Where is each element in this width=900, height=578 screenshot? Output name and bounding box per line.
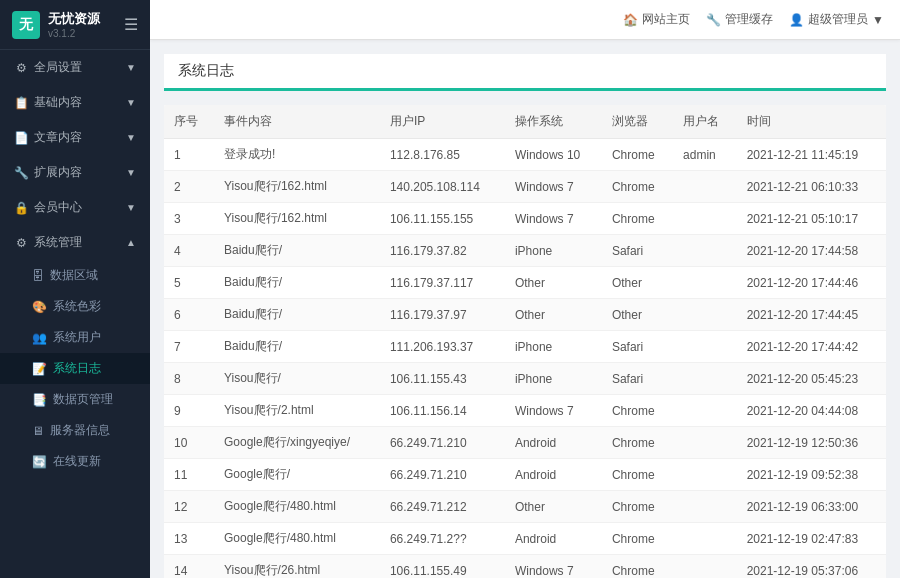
data-area-icon: 🗄	[32, 269, 44, 283]
sidebar-item-system-log[interactable]: 📝 系统日志	[0, 353, 150, 384]
topbar: 🏠 网站主页 🔧 管理缓存 👤 超级管理员 ▼	[150, 0, 900, 40]
page-manage-icon: 📑	[32, 393, 47, 407]
cell-id: 10	[164, 427, 214, 459]
cell-os: Android	[505, 427, 602, 459]
cell-os: Windows 7	[505, 203, 602, 235]
cell-event: Baidu爬行/	[214, 299, 380, 331]
sidebar-item-label: 文章内容	[34, 129, 82, 146]
cell-os: Android	[505, 523, 602, 555]
cell-browser: Chrome	[602, 427, 673, 459]
cell-id: 5	[164, 267, 214, 299]
arrow-icon: ▼	[126, 132, 136, 143]
cell-event: Google爬行/480.html	[214, 523, 380, 555]
sidebar-item-system-manage[interactable]: ⚙ 系统管理 ▲	[0, 225, 150, 260]
sidebar-item-system-users[interactable]: 👥 系统用户	[0, 322, 150, 353]
cell-ip: 116.179.37.97	[380, 299, 505, 331]
user-label: 超级管理员	[808, 11, 868, 28]
cell-ip: 112.8.176.85	[380, 139, 505, 171]
col-id: 序号	[164, 105, 214, 139]
table-row: 14 Yisou爬行/26.html 106.11.155.49 Windows…	[164, 555, 886, 579]
member-center-icon: 🔒	[14, 201, 28, 215]
user-icon: 👤	[789, 13, 804, 27]
cell-ip: 66.249.71.212	[380, 491, 505, 523]
cell-time: 2021-12-20 17:44:42	[737, 331, 886, 363]
cell-browser: Chrome	[602, 491, 673, 523]
home-link[interactable]: 🏠 网站主页	[623, 11, 690, 28]
cell-ip: 66.249.71.2??	[380, 523, 505, 555]
cell-time: 2021-12-19 02:47:83	[737, 523, 886, 555]
cell-browser: Chrome	[602, 555, 673, 579]
basic-content-icon: 📋	[14, 96, 28, 110]
cell-time: 2021-12-20 17:44:45	[737, 299, 886, 331]
cell-time: 2021-12-20 17:44:46	[737, 267, 886, 299]
sidebar-item-text-content[interactable]: 📄 文章内容 ▼	[0, 120, 150, 155]
cell-event: Google爬行/xingyeqiye/	[214, 427, 380, 459]
cell-id: 8	[164, 363, 214, 395]
cell-browser: Chrome	[602, 171, 673, 203]
cell-os: Android	[505, 459, 602, 491]
table-row: 11 Google爬行/ 66.249.71.210 Android Chrom…	[164, 459, 886, 491]
submenu-label: 系统色彩	[53, 298, 101, 315]
home-label: 网站主页	[642, 11, 690, 28]
sidebar-item-basic-content[interactable]: 📋 基础内容 ▼	[0, 85, 150, 120]
cell-browser: Safari	[602, 235, 673, 267]
log-table-wrap: 序号 事件内容 用户IP 操作系统 浏览器 用户名 时间 1 登录成功! 112…	[164, 105, 886, 578]
cell-id: 13	[164, 523, 214, 555]
user-menu[interactable]: 👤 超级管理员 ▼	[789, 11, 884, 28]
col-ip: 用户IP	[380, 105, 505, 139]
cell-ip: 106.11.155.49	[380, 555, 505, 579]
cell-time: 2021-12-19 06:33:00	[737, 491, 886, 523]
system-manage-icon: ⚙	[14, 236, 28, 250]
table-row: 4 Baidu爬行/ 116.179.37.82 iPhone Safari 2…	[164, 235, 886, 267]
table-row: 6 Baidu爬行/ 116.179.37.97 Other Other 202…	[164, 299, 886, 331]
cell-event: Yisou爬行/162.html	[214, 171, 380, 203]
sidebar-item-global-settings[interactable]: ⚙ 全局设置 ▼	[0, 50, 150, 85]
cell-id: 9	[164, 395, 214, 427]
sidebar-item-page-manage[interactable]: 📑 数据页管理	[0, 384, 150, 415]
manage-cache-link[interactable]: 🔧 管理缓存	[706, 11, 773, 28]
sidebar-item-system-color[interactable]: 🎨 系统色彩	[0, 291, 150, 322]
cell-event: 登录成功!	[214, 139, 380, 171]
cell-browser: Safari	[602, 331, 673, 363]
cell-os: iPhone	[505, 363, 602, 395]
cell-id: 14	[164, 555, 214, 579]
arrow-icon: ▼	[126, 167, 136, 178]
cell-ip: 66.249.71.210	[380, 427, 505, 459]
system-color-icon: 🎨	[32, 300, 47, 314]
submenu-label: 系统日志	[53, 360, 101, 377]
cell-browser: Chrome	[602, 139, 673, 171]
sidebar-header: 无 无忧资源 v3.1.2 ☰	[0, 0, 150, 50]
submenu-label: 服务器信息	[50, 422, 110, 439]
sidebar-item-member-center[interactable]: 🔒 会员中心 ▼	[0, 190, 150, 225]
cell-username	[673, 395, 737, 427]
log-table: 序号 事件内容 用户IP 操作系统 浏览器 用户名 时间 1 登录成功! 112…	[164, 105, 886, 578]
cell-id: 7	[164, 331, 214, 363]
cell-id: 4	[164, 235, 214, 267]
cell-event: Yisou爬行/26.html	[214, 555, 380, 579]
sidebar-item-data-area[interactable]: 🗄 数据区域	[0, 260, 150, 291]
table-row: 5 Baidu爬行/ 116.179.37.117 Other Other 20…	[164, 267, 886, 299]
table-row: 13 Google爬行/480.html 66.249.71.2?? Andro…	[164, 523, 886, 555]
page-title: 系统日志	[178, 62, 872, 80]
cell-username	[673, 299, 737, 331]
cell-id: 12	[164, 491, 214, 523]
system-users-icon: 👥	[32, 331, 47, 345]
manage-icon: 🔧	[706, 13, 721, 27]
global-settings-icon: ⚙	[14, 61, 28, 75]
cell-ip: 106.11.155.155	[380, 203, 505, 235]
cell-username	[673, 203, 737, 235]
sidebar-item-server-info[interactable]: 🖥 服务器信息	[0, 415, 150, 446]
sidebar-item-online-update[interactable]: 🔄 在线更新	[0, 446, 150, 477]
table-row: 10 Google爬行/xingyeqiye/ 66.249.71.210 An…	[164, 427, 886, 459]
submenu-label: 数据区域	[50, 267, 98, 284]
extend-content-icon: 🔧	[14, 166, 28, 180]
sidebar-item-label: 全局设置	[34, 59, 82, 76]
cell-event: Yisou爬行/2.html	[214, 395, 380, 427]
menu-toggle-icon[interactable]: ☰	[124, 15, 138, 34]
cell-browser: Chrome	[602, 523, 673, 555]
cell-browser: Chrome	[602, 203, 673, 235]
cell-time: 2021-12-21 11:45:19	[737, 139, 886, 171]
col-time: 时间	[737, 105, 886, 139]
sidebar-item-extend-content[interactable]: 🔧 扩展内容 ▼	[0, 155, 150, 190]
table-row: 1 登录成功! 112.8.176.85 Windows 10 Chrome a…	[164, 139, 886, 171]
